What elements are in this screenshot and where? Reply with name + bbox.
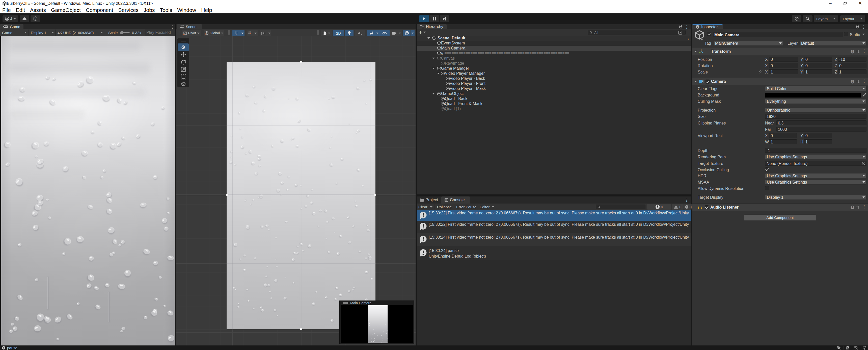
svg-text:?: ? [851,206,853,209]
svg-text:?: ? [851,50,853,53]
svg-text:D: D [35,18,36,20]
svg-text:?: ? [851,80,853,83]
svg-text:Y: Y [236,33,237,35]
